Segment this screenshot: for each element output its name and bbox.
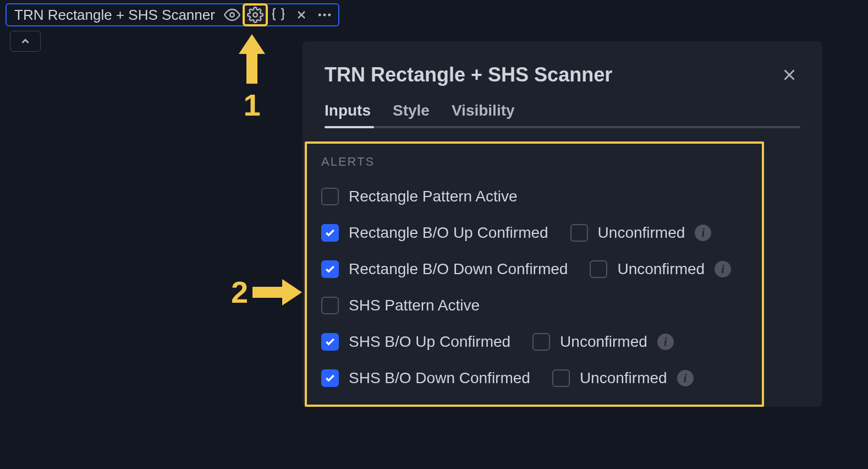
svg-marker-8 (252, 279, 302, 306)
close-icon[interactable] (778, 64, 800, 86)
svg-point-6 (328, 14, 331, 17)
checkbox-shs-bo-up[interactable] (321, 333, 339, 351)
more-icon[interactable] (313, 4, 336, 25)
option-label: Unconfirmed (598, 224, 685, 242)
option-row: SHS Pattern Active (321, 297, 748, 314)
checkbox-rect-active[interactable] (321, 188, 339, 205)
svg-point-0 (230, 13, 234, 17)
option-row: SHS B/O Up Confirmed Unconfirmed i (321, 333, 748, 351)
svg-point-5 (323, 14, 326, 17)
option-label: SHS B/O Up Confirmed (349, 333, 510, 351)
tab-inputs[interactable]: Inputs (325, 102, 371, 128)
checkbox-rect-bo-down-unconfirmed[interactable] (590, 260, 607, 278)
option-row: SHS B/O Down Confirmed Unconfirmed i (321, 369, 748, 387)
checkbox-rect-bo-down[interactable] (321, 260, 339, 278)
collapse-button[interactable] (10, 31, 41, 52)
option-label: Rectangle B/O Down Confirmed (349, 260, 568, 278)
annotation-arrow-1: 1 (238, 34, 266, 123)
option-label: Unconfirmed (560, 333, 647, 351)
svg-point-4 (318, 14, 321, 17)
option-row: Rectangle Pattern Active (321, 188, 748, 205)
visibility-icon[interactable] (221, 4, 244, 25)
delete-icon[interactable] (290, 4, 313, 25)
checkbox-shs-bo-up-unconfirmed[interactable] (532, 333, 550, 351)
alerts-section: ALERTS Rectangle Pattern Active Rectangl… (305, 141, 764, 407)
checkbox-rect-bo-up-unconfirmed[interactable] (570, 224, 588, 242)
svg-marker-7 (239, 34, 265, 84)
section-heading: ALERTS (321, 155, 748, 169)
tab-visibility[interactable]: Visibility (452, 102, 515, 128)
dialog-tabs: Inputs Style Visibility (303, 102, 822, 128)
settings-icon[interactable] (244, 4, 267, 25)
tab-style[interactable]: Style (393, 102, 430, 128)
indicator-title: TRN Rectangle + SHS Scanner (9, 7, 221, 24)
checkbox-shs-active[interactable] (321, 297, 339, 314)
option-label: Rectangle B/O Up Confirmed (349, 224, 548, 242)
tab-underline-active (325, 126, 374, 128)
dialog-header: TRN Rectangle + SHS Scanner (303, 41, 822, 102)
checkbox-shs-bo-down[interactable] (321, 369, 339, 387)
annotation-arrow-2: 2 (231, 274, 302, 310)
info-icon[interactable]: i (695, 225, 711, 241)
checkbox-shs-bo-down-unconfirmed[interactable] (552, 369, 570, 387)
option-label: Unconfirmed (617, 260, 705, 278)
checkbox-rect-bo-up[interactable] (321, 224, 339, 242)
indicator-toolbar: TRN Rectangle + SHS Scanner (6, 3, 339, 26)
option-label: SHS Pattern Active (349, 297, 480, 314)
option-label: Rectangle Pattern Active (349, 188, 518, 205)
info-icon[interactable]: i (715, 261, 731, 277)
dialog-title: TRN Rectangle + SHS Scanner (325, 63, 612, 86)
annotation-number-1: 1 (243, 87, 260, 123)
option-row: Rectangle B/O Down Confirmed Unconfirmed… (321, 260, 748, 278)
info-icon[interactable]: i (657, 334, 674, 350)
option-label: Unconfirmed (580, 369, 667, 387)
info-icon[interactable]: i (677, 370, 694, 386)
source-code-icon[interactable] (267, 4, 290, 25)
tab-underline (325, 126, 800, 128)
svg-point-1 (253, 13, 257, 17)
option-label: SHS B/O Down Confirmed (349, 369, 530, 387)
option-row: Rectangle B/O Up Confirmed Unconfirmed i (321, 224, 748, 242)
settings-dialog: TRN Rectangle + SHS Scanner Inputs Style… (303, 41, 822, 407)
annotation-number-2: 2 (231, 274, 248, 310)
